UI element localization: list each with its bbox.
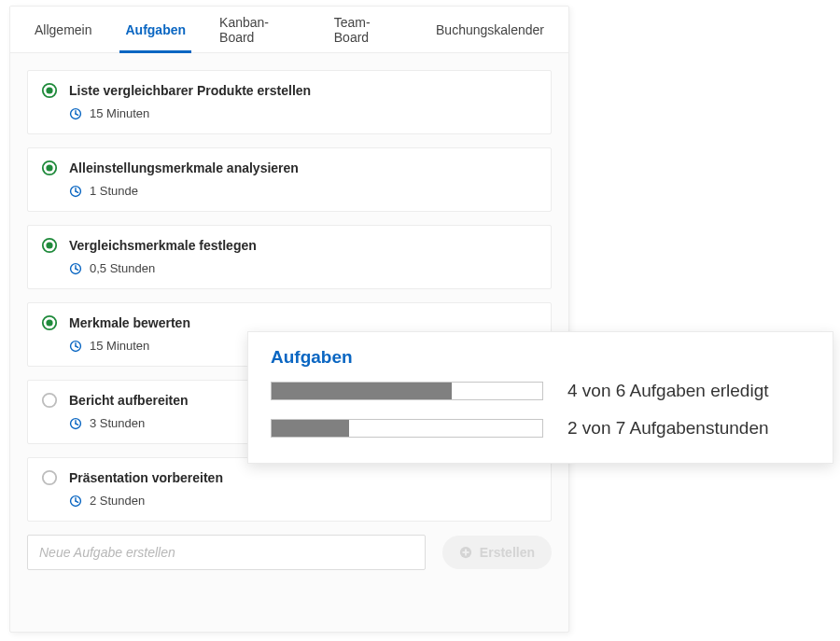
create-button-label: Erstellen: [480, 545, 535, 560]
task-head: Vergleichsmerkmale festlegen: [41, 237, 538, 254]
clock-icon: [69, 262, 82, 275]
task-meta: 0,5 Stunden: [69, 261, 538, 275]
svg-point-20: [43, 394, 56, 407]
clock-icon: [69, 495, 82, 508]
task-duration: 2 Stunden: [90, 494, 145, 508]
task-title: Merkmale bewerten: [69, 315, 190, 330]
task-card[interactable]: Liste vergleichbarer Produkte erstellen …: [27, 70, 552, 134]
progress-fill: [272, 420, 349, 437]
svg-point-1: [46, 87, 52, 93]
status-done-icon: [41, 160, 58, 176]
task-card[interactable]: Vergleichsmerkmale festlegen 0,5 Stunden: [27, 225, 552, 289]
tab-allgemein[interactable]: Allgemein: [18, 7, 108, 52]
create-button[interactable]: Erstellen: [442, 536, 552, 569]
task-card[interactable]: Alleinstellungsmerkmale analysieren 1 St…: [27, 147, 552, 212]
task-duration: 15 Minuten: [90, 339, 149, 353]
status-done-icon: [41, 237, 58, 254]
status-open-icon: [41, 392, 58, 409]
tab-label: Aufgaben: [125, 22, 186, 37]
tab-bar: AllgemeinAufgabenKanban-BoardTeam-BoardB…: [10, 7, 568, 53]
svg-line-19: [76, 346, 78, 347]
progress-row: 4 von 6 Aufgaben erledigt: [271, 381, 810, 401]
overlay-title: Aufgaben: [271, 347, 810, 368]
summary-overlay: Aufgaben 4 von 6 Aufgaben erledigt 2 von…: [247, 331, 833, 464]
progress-label: 4 von 6 Aufgaben erledigt: [567, 381, 769, 401]
clock-icon: [69, 417, 82, 430]
task-duration: 0,5 Stunden: [90, 261, 155, 275]
svg-rect-30: [462, 551, 469, 553]
task-title: Vergleichsmerkmale festlegen: [69, 238, 257, 253]
tab-kanban-board[interactable]: Kanban-Board: [203, 7, 317, 52]
tab-aufgaben[interactable]: Aufgaben: [108, 7, 203, 52]
tab-label: Kanban-Board: [219, 15, 301, 45]
progress-bar: [271, 382, 543, 400]
progress-bar: [271, 419, 543, 438]
tab-label: Team-Board: [334, 15, 402, 45]
task-title: Bericht aufbereiten: [69, 393, 189, 408]
svg-point-6: [46, 164, 52, 171]
status-done-icon: [41, 314, 58, 331]
task-panel: AllgemeinAufgabenKanban-BoardTeam-BoardB…: [9, 6, 569, 633]
task-head: Alleinstellungsmerkmale analysieren: [41, 160, 538, 176]
task-head: Merkmale bewerten: [41, 314, 538, 331]
task-meta: 2 Stunden: [69, 494, 538, 508]
new-task-row: Erstellen: [10, 522, 568, 587]
task-duration: 1 Stunde: [90, 184, 138, 198]
clock-icon: [69, 340, 82, 353]
task-title: Alleinstellungsmerkmale analysieren: [69, 160, 299, 175]
progress-label: 2 von 7 Aufgabenstunden: [567, 418, 769, 439]
status-done-icon: [41, 82, 58, 99]
task-head: Präsentation vorbereiten: [41, 469, 538, 486]
clock-icon: [69, 185, 82, 198]
plus-circle-icon: [459, 546, 472, 559]
task-title: Liste vergleichbarer Produkte erstellen: [69, 83, 311, 98]
task-card[interactable]: Präsentation vorbereiten 2 Stunden: [27, 457, 552, 522]
svg-line-14: [76, 269, 78, 270]
tab-label: Buchungskalender: [436, 22, 544, 37]
svg-point-11: [46, 242, 52, 248]
tab-label: Allgemein: [35, 22, 91, 37]
task-meta: 1 Stunde: [69, 184, 538, 198]
progress-fill: [272, 383, 452, 399]
status-open-icon: [41, 469, 58, 486]
svg-point-24: [43, 471, 56, 484]
progress-row: 2 von 7 Aufgabenstunden: [271, 418, 810, 439]
tab-buchungskalender[interactable]: Buchungskalender: [419, 7, 561, 52]
new-task-input[interactable]: [27, 535, 426, 570]
task-head: Liste vergleichbarer Produkte erstellen: [41, 82, 538, 99]
task-meta: 15 Minuten: [69, 106, 538, 120]
task-duration: 15 Minuten: [90, 106, 149, 120]
svg-line-4: [76, 114, 78, 115]
clock-icon: [69, 107, 82, 120]
svg-line-23: [76, 424, 78, 425]
task-duration: 3 Stunden: [90, 416, 145, 430]
task-title: Präsentation vorbereiten: [69, 470, 223, 485]
svg-line-9: [76, 191, 78, 192]
svg-line-27: [76, 501, 78, 502]
svg-point-16: [46, 319, 52, 326]
tab-team-board[interactable]: Team-Board: [317, 7, 419, 52]
